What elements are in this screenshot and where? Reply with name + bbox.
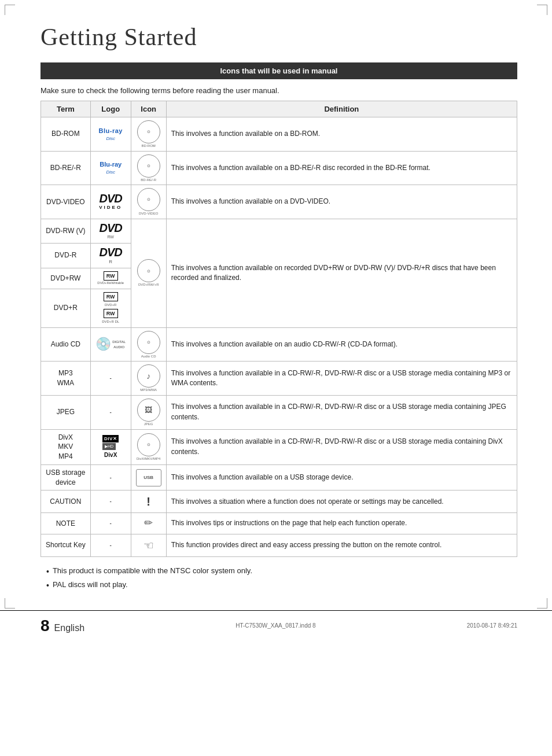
term-cell: DivXMKVMP4 xyxy=(41,429,91,464)
bd-re-r-icon-label: BD-RE/-R xyxy=(141,178,156,182)
icons-table: Term Logo Icon Definition BD-ROM Blu-ray… xyxy=(41,101,517,557)
logo-cell: 💿 DIGITAL AUDIO xyxy=(90,327,131,362)
audio-cd-logo: 💿 DIGITAL AUDIO xyxy=(95,335,126,353)
def-cell: This involves a function available on a … xyxy=(166,464,517,491)
dvd-video-icon: ⊙ xyxy=(137,188,160,211)
icon-cell: 🖼 JPEG xyxy=(131,395,166,429)
intro-text: Make sure to check the following terms b… xyxy=(41,86,517,95)
col-header-icon: Icon xyxy=(131,101,166,117)
table-row: BD-RE/-R Blu-ray Disc ⊙ BD-RE/-R Thi xyxy=(41,151,517,185)
usb-icon: USB xyxy=(136,469,161,486)
dvd-plus-r-logo: RW DVD+R RW DVD+R DL xyxy=(95,292,126,324)
dvd-video-logo: DVD VIDEO xyxy=(99,193,122,211)
col-header-logo: Logo xyxy=(90,101,131,117)
def-cell: This involves a function available on a … xyxy=(166,117,517,152)
table-row: Shortcut Key - ☜ This function provides … xyxy=(41,534,517,556)
dvd-rw-r-icon-label: DVD+RW/+R xyxy=(138,283,159,287)
term-cell: DVD+R xyxy=(41,289,91,327)
table-row: MP3WMA - ♪ MP3/WMA This involves a funct… xyxy=(41,362,517,396)
logo-cell: - xyxy=(90,513,131,534)
audio-cd-icon: ⊙ xyxy=(137,331,160,354)
dvd-group-icon-cell: ⊙ DVD+RW/+R xyxy=(131,219,166,327)
table-row: DVD-VIDEO DVD VIDEO ⊙ DVD-VIDEO This xyxy=(41,185,517,219)
divx-logo: DIV✕ ▶HD DivX xyxy=(95,435,126,459)
divx-icon-label: DivX/MKV/MP4 xyxy=(137,457,160,461)
icon-cell: ⊙ DivX/MKV/MP4 xyxy=(131,429,166,464)
def-cell: This involves a function available on an… xyxy=(166,327,517,362)
logo-cell: - xyxy=(90,491,131,513)
icon-cell: ⊙ BD-RE/-R xyxy=(131,151,166,185)
term-cell: MP3WMA xyxy=(41,362,91,396)
divx-icon: ⊙ xyxy=(137,433,160,456)
def-cell: This involves a function available in a … xyxy=(166,429,517,464)
footer-language: English xyxy=(54,623,84,633)
logo-cell: DVD VIDEO xyxy=(90,185,131,219)
corner-mark-tl xyxy=(5,5,15,15)
term-cell: BD-ROM xyxy=(41,117,91,152)
icon-cell: ⊙ BD-ROM xyxy=(131,117,166,152)
dvd-rw-v-logo: DVD RW xyxy=(100,222,122,240)
col-header-definition: Definition xyxy=(166,101,517,117)
logo-cell: DVD RW xyxy=(90,219,131,243)
page-wrapper: Getting Started Icons that will be used … xyxy=(0,0,552,640)
logo-cell: Blu-ray Disc xyxy=(90,117,131,152)
icon-cell: ✏ xyxy=(131,513,166,534)
term-cell: USB storagedevice xyxy=(41,464,91,491)
audio-cd-icon-label: Audio CD xyxy=(141,355,156,359)
term-cell: NOTE xyxy=(41,513,91,534)
col-header-term: Term xyxy=(41,101,91,117)
dvd-group-def-cell: This involves a function available on re… xyxy=(166,219,517,327)
table-row: Audio CD 💿 DIGITAL AUDIO ⊙ xyxy=(41,327,517,362)
dvd-video-icon-label: DVD-VIDEO xyxy=(139,212,158,216)
logo-cell: Blu-ray Disc xyxy=(90,151,131,185)
bd-rom-icon-label: BD-ROM xyxy=(142,144,156,148)
def-cell: This involves a function available in a … xyxy=(166,395,517,429)
icon-cell: ! xyxy=(131,491,166,513)
bd-re-r-icon: ⊙ xyxy=(137,154,160,178)
bullet-list: • This product is compatible with the NT… xyxy=(41,566,517,591)
term-cell: DVD-VIDEO xyxy=(41,185,91,219)
dvd-rw-r-icon: ⊙ xyxy=(137,259,160,282)
dvd-r-logo: DVD R xyxy=(100,246,122,265)
caution-icon: ! xyxy=(146,495,150,508)
def-cell: This involves a situation where a functi… xyxy=(166,491,517,513)
term-cell: CAUTION xyxy=(41,491,91,513)
bullet-text: This product is compatible with the NTSC… xyxy=(53,566,252,575)
jpeg-icon: 🖼 xyxy=(137,399,160,422)
def-cell: This involves a function available on a … xyxy=(166,185,517,219)
term-cell: Audio CD xyxy=(41,327,91,362)
corner-mark-br xyxy=(537,598,547,609)
bullet-item: • This product is compatible with the NT… xyxy=(46,566,517,577)
table-row: NOTE - ✏ This involves tips or instructi… xyxy=(41,513,517,534)
mp3-wma-icon: ♪ xyxy=(137,364,160,388)
corner-mark-bl xyxy=(5,598,15,609)
logo-cell: RW DVD+ReWritable xyxy=(90,268,131,289)
footer-left: 8 English xyxy=(41,617,84,635)
dvd-plus-rw-logo: RW DVD+ReWritable xyxy=(97,271,124,286)
table-row: USB storagedevice - USB This involves a … xyxy=(41,464,517,491)
bullet-item: • PAL discs will not play. xyxy=(46,580,517,591)
icon-cell: ⊙ DVD-VIDEO xyxy=(131,185,166,219)
note-icon: ✏ xyxy=(144,517,153,529)
footer-date: 2010-08-17 8:49:21 xyxy=(467,622,517,629)
logo-cell: RW DVD+R RW DVD+R DL xyxy=(90,289,131,327)
term-cell: BD-RE/-R xyxy=(41,151,91,185)
logo-cell: DIV✕ ▶HD DivX xyxy=(90,429,131,464)
jpeg-icon-label: JPEG xyxy=(144,422,153,426)
section-header: Icons that will be used in manual xyxy=(41,62,517,79)
table-header-row: Term Logo Icon Definition xyxy=(41,101,517,117)
table-row: DivXMKVMP4 DIV✕ ▶HD DivX ⊙ xyxy=(41,429,517,464)
def-cell: This involves tips or instructions on th… xyxy=(166,513,517,534)
corner-mark-tr xyxy=(537,5,547,15)
def-cell: This involves a function available in a … xyxy=(166,362,517,396)
shortcut-key-icon: ☜ xyxy=(143,539,154,552)
bluray-disc-text: Disc xyxy=(106,135,115,142)
page-number: 8 xyxy=(41,617,50,635)
logo-cell: - xyxy=(90,464,131,491)
icon-cell: USB xyxy=(131,464,166,491)
icon-cell: ☜ xyxy=(131,534,166,556)
def-cell: This function provides direct and easy a… xyxy=(166,534,517,556)
table-row: CAUTION - ! This involves a situation wh… xyxy=(41,491,517,513)
page-footer: 8 English HT-C7530W_XAA_0817.indd 8 2010… xyxy=(0,610,552,640)
table-row: JPEG - 🖼 JPEG This involves a function a… xyxy=(41,395,517,429)
